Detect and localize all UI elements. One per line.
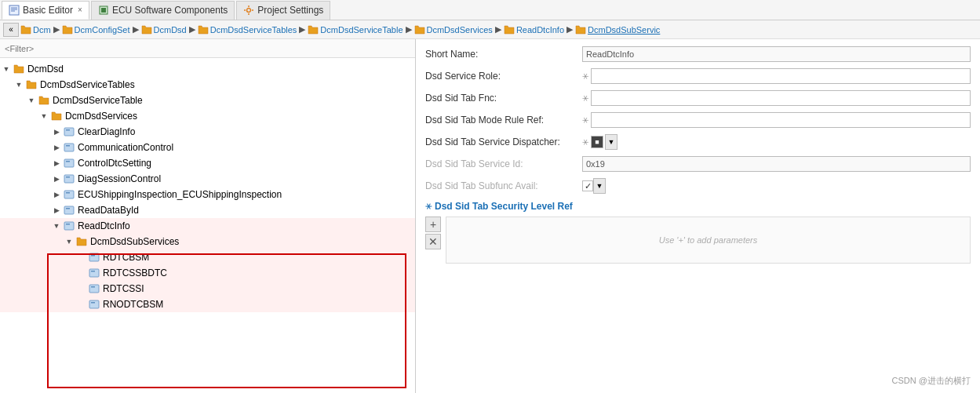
tree-node-diagsessioncontrol[interactable]: ▶ DiagSessionControl bbox=[0, 171, 415, 187]
svg-rect-24 bbox=[66, 224, 70, 225]
tree-label-dcmdsdservicetables: DcmDsdServiceTables bbox=[40, 79, 135, 90]
breadcrumb-icon-6 bbox=[414, 24, 425, 35]
svg-rect-12 bbox=[66, 129, 70, 131]
tree-label-rdtcssi: RDTCSSI bbox=[103, 283, 144, 294]
prop-label-shortname: Short Name: bbox=[425, 49, 582, 60]
prop-label-moderuleref: Dsd Sid Tab Mode Rule Ref: bbox=[425, 115, 582, 126]
prop-value-shortname: ReadDtcInfo bbox=[582, 46, 971, 62]
breadcrumb-dcm[interactable]: Dcm bbox=[33, 25, 51, 35]
tree-toggle-cleardiaginfo[interactable]: ▶ bbox=[50, 126, 63, 138]
svg-rect-30 bbox=[91, 286, 95, 288]
prop-value-sidfnc[interactable] bbox=[591, 90, 971, 106]
tree-node-dcmdsdservicetable[interactable]: ▼ DcmDsdServiceTable bbox=[0, 93, 415, 108]
tree-toggle-controldtcsetting[interactable]: ▶ bbox=[50, 157, 63, 169]
tab-basic-editor[interactable]: Basic Editor × bbox=[2, 1, 89, 20]
tree-node-readdtcinfo[interactable]: ▼ ReadDtcInfo bbox=[0, 218, 415, 234]
prop-row-servicerole: Dsd Service Role: ⚹ bbox=[425, 67, 971, 85]
tree-toggle-dcmdsdservicetable[interactable]: ▼ bbox=[25, 94, 38, 107]
tree-label-cleardiaginfo: ClearDiagInfo bbox=[78, 126, 135, 137]
tree-node-controldtcsetting[interactable]: ▶ ControlDtcSetting bbox=[0, 155, 415, 171]
tree-toggle-dcmdsd[interactable]: ▼ bbox=[0, 63, 13, 75]
item-icon-rnodtcbsm bbox=[88, 298, 100, 311]
item-icon-cleardiaginfo bbox=[63, 126, 75, 138]
item-icon-rdtcssbdtc bbox=[88, 267, 100, 279]
tree-node-rnodtcbsm[interactable]: RNODTCBSM bbox=[0, 297, 415, 312]
svg-rect-27 bbox=[89, 269, 99, 277]
tree-label-rnodtcbsm: RNODTCBSM bbox=[103, 299, 163, 310]
tree-label-ecuinspection: ECUShippingInspection_ECUShippingInspect… bbox=[78, 189, 282, 200]
breadcrumb-icon-3 bbox=[141, 24, 152, 35]
svg-rect-28 bbox=[91, 271, 95, 272]
svg-rect-19 bbox=[64, 191, 74, 198]
tree-label-dcmdsdservices: DcmDsdServices bbox=[65, 111, 137, 122]
tree-toggle-dcmdsdsubservices[interactable]: ▼ bbox=[63, 235, 75, 248]
tab-basic-editor-close[interactable]: × bbox=[78, 5, 82, 14]
tree-toggle-communicationcontrol[interactable]: ▶ bbox=[50, 141, 63, 154]
prop-icon-dispatcher: ⚹ bbox=[582, 137, 588, 147]
subfunc-checkbox[interactable]: ✓ bbox=[582, 180, 593, 191]
folder-icon-dcmdsd bbox=[13, 63, 25, 75]
svg-rect-11 bbox=[64, 128, 74, 136]
tree-node-rdtcssbdtc[interactable]: RDTCSSBDTC bbox=[0, 265, 415, 281]
prop-label-dispatcher: Dsd Sid Tab Service Dispatcher: bbox=[425, 136, 582, 147]
prop-value-servicerole[interactable] bbox=[591, 68, 971, 84]
svg-rect-21 bbox=[64, 206, 74, 214]
tab-project-settings[interactable]: Project Settings bbox=[236, 1, 330, 20]
add-button[interactable]: + bbox=[425, 217, 441, 232]
breadcrumb-dcmdsdservices[interactable]: DcmDsdServices bbox=[427, 25, 493, 35]
tree-node-rdtcbsm[interactable]: RDTCBSM bbox=[0, 249, 415, 265]
tree-node-rdtcssi[interactable]: RDTCSSI bbox=[0, 281, 415, 297]
tree-toggle-dcmdsdservices[interactable]: ▼ bbox=[38, 110, 50, 122]
tree-node-cleardiaginfo[interactable]: ▶ ClearDiagInfo bbox=[0, 124, 415, 140]
svg-rect-20 bbox=[66, 192, 70, 194]
prop-row-modeuleref: Dsd Sid Tab Mode Rule Ref: ⚹ bbox=[425, 111, 971, 129]
dispatcher-dropdown-button[interactable]: ▼ bbox=[605, 134, 618, 150]
folder-icon-dcmdsdservices bbox=[50, 110, 63, 122]
breadcrumb-back-button[interactable]: « bbox=[3, 23, 19, 37]
folder-icon-dcmdsdsubservices bbox=[75, 235, 88, 248]
breadcrumb-icon-4 bbox=[198, 24, 209, 35]
remove-button[interactable]: ✕ bbox=[425, 234, 441, 249]
tree-node-dcmdsdservices[interactable]: ▼ DcmDsdServices bbox=[0, 108, 415, 124]
svg-rect-26 bbox=[91, 255, 95, 257]
tree-node-communicationcontrol[interactable]: ▶ CommunicationControl bbox=[0, 140, 415, 155]
breadcrumb-dcmdsd[interactable]: DcmDsd bbox=[154, 25, 187, 35]
right-panel: Short Name: ReadDtcInfo Dsd Service Role… bbox=[416, 39, 980, 393]
item-icon-rdtcbsm bbox=[88, 251, 100, 264]
svg-rect-14 bbox=[66, 145, 70, 147]
breadcrumb-readdtcinfo[interactable]: ReadDtcInfo bbox=[516, 25, 564, 35]
prop-label-subfuncavail: Dsd Sid Tab Subfunc Avail: bbox=[425, 180, 582, 191]
tree-toggle-dcmdsdservicetables[interactable]: ▼ bbox=[13, 78, 25, 91]
folder-icon-dcmdsdservicetable bbox=[38, 94, 50, 107]
breadcrumb-icon-2 bbox=[62, 24, 73, 35]
tree-label-readdatabyid: ReadDataById bbox=[78, 205, 139, 216]
tree-node-dcmdsdservicetables[interactable]: ▼ DcmDsdServiceTables bbox=[0, 77, 415, 93]
csdn-watermark: CSDN @进击的横打 bbox=[892, 375, 971, 387]
breadcrumb-dcmdsdservicetable[interactable]: DcmDsdServiceTable bbox=[320, 25, 403, 35]
section-header-label: Dsd Sid Tab Security Level Ref bbox=[435, 201, 573, 212]
prop-value-serviceid: 0x19 bbox=[582, 156, 971, 172]
tree-toggle-ecuinspection[interactable]: ▶ bbox=[50, 188, 63, 201]
svg-rect-18 bbox=[66, 176, 70, 178]
breadcrumb-dcmdsdservicetables[interactable]: DcmDsdServiceTables bbox=[210, 25, 297, 35]
folder-icon-dcmdsdservicetables bbox=[25, 78, 38, 91]
svg-rect-23 bbox=[64, 222, 74, 230]
tab-ecu-sw[interactable]: ECU Software Components bbox=[91, 1, 235, 20]
tree-node-dcmdsd[interactable]: ▼ DcmDsd bbox=[0, 61, 415, 77]
prop-value-moderuleref[interactable] bbox=[591, 112, 971, 128]
tree-toggle-readdtcinfo[interactable]: ▼ bbox=[50, 220, 63, 232]
breadcrumb-icon-8 bbox=[575, 24, 586, 35]
tree-node-dcmdsdsubservices[interactable]: ▼ DcmDsdSubServices bbox=[0, 234, 415, 249]
tree-node-readdatabyid[interactable]: ▶ ReadDataById bbox=[0, 202, 415, 218]
settings-icon bbox=[243, 5, 254, 16]
tree-label-rdtcbsm: RDTCBSM bbox=[103, 252, 149, 263]
filter-bar bbox=[0, 39, 415, 58]
tree-toggle-readdatabyid[interactable]: ▶ bbox=[50, 204, 63, 217]
breadcrumb-dcmdsdsubservic[interactable]: DcmDsdSubServic bbox=[588, 25, 660, 35]
filter-input[interactable] bbox=[5, 44, 410, 53]
breadcrumb-dcmconfigset[interactable]: DcmConfigSet bbox=[75, 25, 130, 35]
prop-row-subfuncavail: Dsd Sid Tab Subfunc Avail: ✓ ▼ bbox=[425, 177, 971, 195]
tree-toggle-diagsessioncontrol[interactable]: ▶ bbox=[50, 173, 63, 185]
tree-node-ecuinspection[interactable]: ▶ ECUShippingInspection_ECUShippingInspe… bbox=[0, 187, 415, 202]
subfunc-dropdown-button[interactable]: ▼ bbox=[593, 178, 606, 194]
